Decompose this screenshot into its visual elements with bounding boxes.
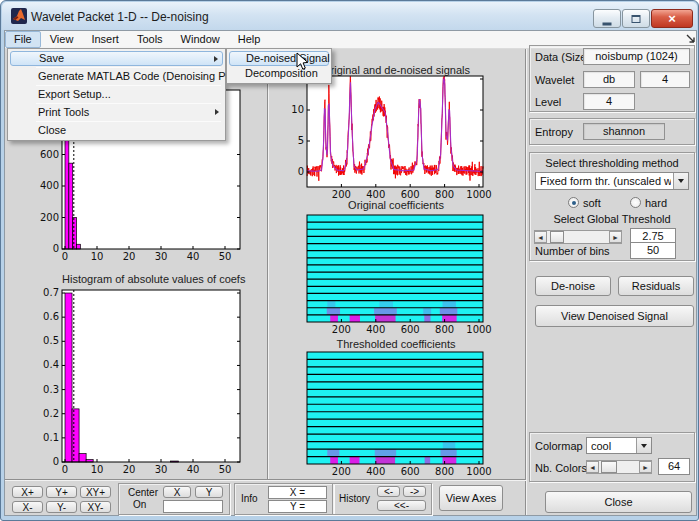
axis-tick-label: 600	[401, 466, 420, 477]
dock-figure-icon[interactable]	[686, 34, 696, 45]
axis-tick-label: 50	[219, 464, 232, 475]
slider-right-arrow-icon[interactable]: ►	[609, 231, 622, 243]
original-denoised-signal-plot[interactable]: 2004006008001000051015	[269, 72, 523, 198]
app-window: Wavelet Packet 1-D -- De-noising × FileV…	[0, 0, 699, 521]
nb-colors-value-field[interactable]: 64	[658, 458, 690, 475]
coefficient-patch	[425, 457, 431, 464]
info-x-field: X =	[268, 486, 327, 499]
zoom-y-minus-button[interactable]: Y-	[46, 501, 77, 513]
coefficient-patch	[374, 308, 397, 315]
menu-separator	[36, 67, 221, 68]
axis-tick-label: 600	[40, 149, 59, 160]
center-y-button[interactable]: Y	[195, 486, 223, 498]
axis-tick-label: 200	[40, 212, 59, 223]
menu-file[interactable]: File	[5, 31, 41, 48]
coefficient-patch	[327, 449, 339, 456]
nb-colors-slider-thumb[interactable]	[601, 461, 617, 473]
titlebar[interactable]: Wavelet Packet 1-D -- De-noising ×	[2, 2, 697, 30]
minimize-button[interactable]	[593, 9, 621, 28]
data-info-frame: Data (Size) noisbump (1024) Wavelet db 4…	[529, 45, 695, 112]
zoom-xy-minus-button[interactable]: XY-	[80, 501, 111, 513]
center-x-button[interactable]: X	[163, 486, 191, 498]
slider-right-arrow-icon[interactable]: ►	[639, 461, 652, 473]
level-field[interactable]: 4	[583, 93, 635, 110]
axis-tick-label: 1000	[466, 466, 491, 477]
nb-colors-slider[interactable]: ◄ ►	[586, 460, 652, 474]
file-menu-close[interactable]: Close	[10, 123, 223, 138]
axis-tick-label: 0.7	[43, 287, 59, 298]
original-coefficients-plot[interactable]: 2004006008001000	[269, 208, 523, 338]
axis-tick-label: 200	[332, 324, 351, 335]
number-of-bins-label: Number of bins	[535, 245, 610, 257]
axis-tick-label: 0	[53, 243, 59, 254]
axis-tick-label: 0.2	[43, 408, 59, 419]
axis-tick-label: 20	[123, 251, 136, 262]
file-menu-panel: Save Generate MATLAB Code (Denoising Pro…	[7, 48, 226, 141]
axis-tick-label: 0.6	[43, 311, 59, 322]
axis-tick-label: 800	[435, 466, 454, 477]
residuals-button[interactable]: Residuals	[618, 276, 694, 296]
menu-view[interactable]: View	[41, 31, 83, 48]
minimize-icon	[603, 22, 612, 25]
axis-tick-label: 1000	[466, 189, 491, 198]
bins-value-field[interactable]: 50	[630, 242, 676, 259]
thresholding-method-dropdown[interactable]: Fixed form thr. (unscaled wn)	[535, 172, 689, 190]
axis-tick-label: 400	[40, 180, 59, 191]
coefficient-patch	[330, 457, 338, 464]
denoise-button[interactable]: De-noise	[535, 276, 611, 296]
axis-tick-label: 10	[91, 464, 104, 475]
entropy-value-button[interactable]: shannon	[583, 123, 665, 140]
history-forward-button[interactable]: ->	[403, 486, 426, 497]
history-label: History	[339, 493, 370, 504]
file-menu-generate-code[interactable]: Generate MATLAB Code (Denoising Process)	[10, 69, 223, 84]
file-menu-print-tools[interactable]: Print Tools	[10, 105, 223, 120]
wavelet-family-field[interactable]: db	[583, 71, 635, 88]
file-menu-export-setup[interactable]: Export Setup...	[10, 87, 223, 102]
window-title: Wavelet Packet 1-D -- De-noising	[31, 10, 209, 24]
maximize-button[interactable]	[622, 9, 650, 28]
threshold-slider-thumb[interactable]	[550, 231, 564, 243]
info-label: Info	[241, 493, 258, 504]
slider-left-arrow-icon[interactable]: ◄	[586, 461, 599, 473]
close-window-button[interactable]: ×	[651, 9, 693, 28]
menu-insert[interactable]: Insert	[82, 31, 128, 48]
zoom-y-plus-button[interactable]: Y+	[46, 486, 77, 498]
thresholded-coefficients-plot[interactable]: 2004006008001000	[269, 348, 523, 478]
dropdown-arrow-icon[interactable]	[673, 173, 688, 189]
axis-tick-label: 0	[62, 464, 68, 475]
close-tool-button[interactable]: Close	[545, 491, 692, 513]
menu-help[interactable]: Help	[229, 31, 270, 48]
center-on-frame: Center On X Y	[118, 483, 230, 515]
matlab-figure-icon	[11, 8, 27, 24]
zoom-x-plus-button[interactable]: X+	[12, 486, 43, 498]
zoom-x-minus-button[interactable]: X-	[12, 501, 43, 513]
axis-tick-label: 0.4	[43, 359, 59, 370]
submenu-denoised-signal[interactable]: De-noised Signal	[229, 51, 329, 66]
center-on-input[interactable]	[163, 500, 223, 513]
hard-radio[interactable]	[630, 197, 641, 208]
wavelet-order-field[interactable]: 4	[640, 71, 690, 88]
threshold-slider[interactable]: ◄ ►	[534, 230, 622, 244]
slider-left-arrow-icon[interactable]: ◄	[534, 231, 547, 243]
dropdown-arrow-icon[interactable]	[636, 438, 651, 453]
file-menu-save[interactable]: Save	[10, 51, 223, 66]
view-denoised-signal-button[interactable]: View Denoised Signal	[535, 305, 694, 327]
axis-tick-label: 10	[91, 251, 104, 262]
coefficient-patch	[443, 301, 456, 308]
save-submenu-panel: De-noised Signal Decomposition	[226, 48, 332, 84]
menu-tools[interactable]: Tools	[128, 31, 172, 48]
axis-tick-label: 0	[298, 166, 304, 177]
histogram-abs-coefs-plot[interactable]: 0102030405000.10.20.30.40.50.60.7	[5, 286, 265, 482]
history-back-button[interactable]: <-	[377, 486, 400, 497]
soft-radio[interactable]	[568, 197, 579, 208]
axis-tick-label: 20	[123, 464, 136, 475]
submenu-decomposition[interactable]: Decomposition	[229, 66, 329, 81]
history-rewind-button[interactable]: <<-	[377, 500, 426, 511]
coefficient-patch	[423, 308, 431, 315]
menu-window[interactable]: Window	[172, 31, 229, 48]
global-threshold-label: Select Global Threshold	[530, 213, 694, 225]
colormap-dropdown[interactable]: cool	[586, 437, 652, 454]
view-axes-button[interactable]: View Axes	[439, 485, 503, 511]
data-size-label: Data (Size)	[535, 51, 590, 63]
zoom-xy-plus-button[interactable]: XY+	[80, 486, 111, 498]
